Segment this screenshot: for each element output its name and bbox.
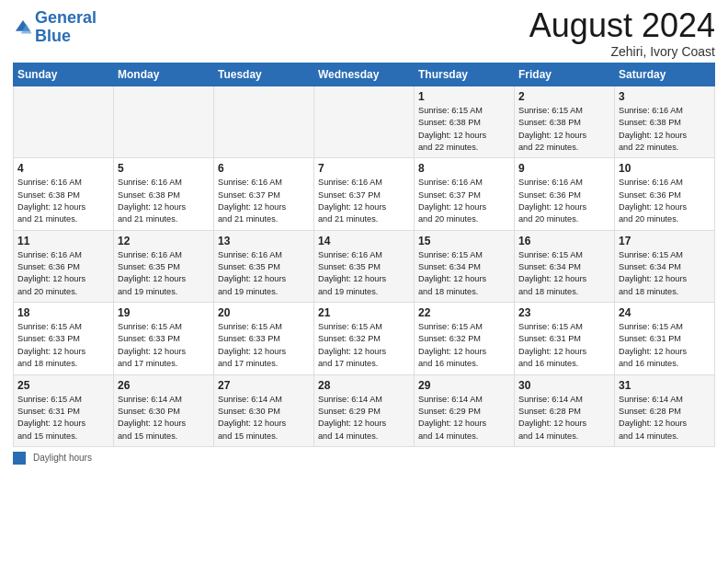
day-number: 23	[518, 306, 610, 319]
calendar-cell: 9Sunrise: 6:16 AM Sunset: 6:36 PM Daylig…	[515, 158, 615, 230]
day-info: Sunrise: 6:14 AM Sunset: 6:28 PM Dayligh…	[518, 394, 610, 442]
calendar-cell: 8Sunrise: 6:16 AM Sunset: 6:37 PM Daylig…	[415, 158, 515, 230]
day-info: Sunrise: 6:16 AM Sunset: 6:36 PM Dayligh…	[17, 249, 109, 298]
day-number: 22	[418, 306, 510, 319]
day-info: Sunrise: 6:15 AM Sunset: 6:33 PM Dayligh…	[218, 321, 310, 370]
calendar-cell: 28Sunrise: 6:14 AM Sunset: 6:29 PM Dayli…	[314, 374, 415, 446]
week-row-1: 1Sunrise: 6:15 AM Sunset: 6:38 PM Daylig…	[14, 86, 715, 158]
col-header-friday: Friday	[515, 63, 615, 86]
day-info: Sunrise: 6:15 AM Sunset: 6:32 PM Dayligh…	[418, 321, 510, 370]
day-number: 26	[118, 379, 210, 392]
col-header-wednesday: Wednesday	[314, 63, 415, 86]
day-number: 31	[619, 379, 711, 392]
day-number: 27	[218, 379, 310, 392]
calendar-cell: 25Sunrise: 6:15 AM Sunset: 6:31 PM Dayli…	[14, 374, 114, 446]
day-info: Sunrise: 6:15 AM Sunset: 6:33 PM Dayligh…	[17, 321, 109, 370]
week-row-5: 25Sunrise: 6:15 AM Sunset: 6:31 PM Dayli…	[14, 374, 715, 446]
calendar-cell: 1Sunrise: 6:15 AM Sunset: 6:38 PM Daylig…	[415, 86, 515, 158]
calendar-cell: 22Sunrise: 6:15 AM Sunset: 6:32 PM Dayli…	[415, 303, 515, 374]
day-number: 17	[619, 235, 711, 247]
day-number: 24	[619, 306, 711, 319]
day-info: Sunrise: 6:15 AM Sunset: 6:33 PM Dayligh…	[118, 321, 210, 370]
calendar-cell: 27Sunrise: 6:14 AM Sunset: 6:30 PM Dayli…	[214, 374, 314, 446]
col-header-saturday: Saturday	[615, 63, 715, 86]
day-info: Sunrise: 6:16 AM Sunset: 6:38 PM Dayligh…	[17, 177, 109, 225]
day-info: Sunrise: 6:15 AM Sunset: 6:31 PM Dayligh…	[17, 394, 109, 442]
col-header-sunday: Sunday	[14, 63, 114, 86]
day-number: 25	[17, 379, 109, 392]
day-info: Sunrise: 6:14 AM Sunset: 6:30 PM Dayligh…	[118, 394, 210, 442]
day-number: 18	[17, 306, 109, 319]
page-container: GeneralBlue August 2024 Zehiri, Ivory Co…	[0, 0, 728, 472]
calendar-cell: 6Sunrise: 6:16 AM Sunset: 6:37 PM Daylig…	[214, 158, 314, 230]
calendar-cell: 20Sunrise: 6:15 AM Sunset: 6:33 PM Dayli…	[214, 303, 314, 374]
calendar-cell: 26Sunrise: 6:14 AM Sunset: 6:30 PM Dayli…	[114, 374, 214, 446]
day-info: Sunrise: 6:16 AM Sunset: 6:37 PM Dayligh…	[318, 177, 410, 225]
calendar-cell: 18Sunrise: 6:15 AM Sunset: 6:33 PM Dayli…	[14, 303, 114, 374]
calendar-cell: 4Sunrise: 6:16 AM Sunset: 6:38 PM Daylig…	[14, 158, 114, 230]
day-number: 15	[418, 235, 510, 247]
footer-label: Daylight hours	[33, 453, 92, 463]
col-header-monday: Monday	[114, 63, 214, 86]
calendar-cell	[214, 86, 314, 158]
day-info: Sunrise: 6:15 AM Sunset: 6:31 PM Dayligh…	[518, 321, 610, 370]
day-number: 13	[218, 235, 310, 247]
week-row-3: 11Sunrise: 6:16 AM Sunset: 6:36 PM Dayli…	[14, 230, 715, 302]
calendar-cell: 2Sunrise: 6:15 AM Sunset: 6:38 PM Daylig…	[515, 86, 615, 158]
month-year: August 2024	[529, 9, 715, 42]
day-info: Sunrise: 6:15 AM Sunset: 6:34 PM Dayligh…	[418, 249, 510, 298]
day-info: Sunrise: 6:16 AM Sunset: 6:35 PM Dayligh…	[218, 249, 310, 298]
col-header-tuesday: Tuesday	[214, 63, 314, 86]
calendar-cell: 30Sunrise: 6:14 AM Sunset: 6:28 PM Dayli…	[515, 374, 615, 446]
title-block: August 2024 Zehiri, Ivory Coast	[529, 9, 715, 59]
day-info: Sunrise: 6:15 AM Sunset: 6:31 PM Dayligh…	[619, 321, 711, 370]
day-info: Sunrise: 6:16 AM Sunset: 6:37 PM Dayligh…	[418, 177, 510, 225]
calendar-cell: 19Sunrise: 6:15 AM Sunset: 6:33 PM Dayli…	[114, 303, 214, 374]
day-number: 30	[518, 379, 610, 392]
day-number: 10	[619, 162, 711, 175]
day-info: Sunrise: 6:15 AM Sunset: 6:32 PM Dayligh…	[318, 321, 410, 370]
day-number: 8	[418, 162, 510, 175]
week-row-2: 4Sunrise: 6:16 AM Sunset: 6:38 PM Daylig…	[14, 158, 715, 230]
day-info: Sunrise: 6:16 AM Sunset: 6:35 PM Dayligh…	[118, 249, 210, 298]
day-info: Sunrise: 6:16 AM Sunset: 6:36 PM Dayligh…	[518, 177, 610, 225]
calendar-cell: 13Sunrise: 6:16 AM Sunset: 6:35 PM Dayli…	[214, 230, 314, 302]
week-row-4: 18Sunrise: 6:15 AM Sunset: 6:33 PM Dayli…	[14, 303, 715, 374]
day-number: 20	[218, 306, 310, 319]
calendar-cell: 7Sunrise: 6:16 AM Sunset: 6:37 PM Daylig…	[314, 158, 415, 230]
day-info: Sunrise: 6:16 AM Sunset: 6:36 PM Dayligh…	[619, 177, 711, 225]
calendar-cell: 24Sunrise: 6:15 AM Sunset: 6:31 PM Dayli…	[615, 303, 715, 374]
calendar-cell	[114, 86, 214, 158]
day-number: 21	[318, 306, 410, 319]
footer: Daylight hours	[13, 452, 715, 465]
day-number: 7	[318, 162, 410, 175]
calendar-cell: 10Sunrise: 6:16 AM Sunset: 6:36 PM Dayli…	[615, 158, 715, 230]
day-number: 14	[318, 235, 410, 247]
day-number: 9	[518, 162, 610, 175]
day-number: 29	[418, 379, 510, 392]
calendar-cell	[314, 86, 415, 158]
header: GeneralBlue August 2024 Zehiri, Ivory Co…	[13, 9, 715, 59]
day-info: Sunrise: 6:16 AM Sunset: 6:35 PM Dayligh…	[318, 249, 410, 298]
day-info: Sunrise: 6:14 AM Sunset: 6:29 PM Dayligh…	[418, 394, 510, 442]
day-number: 2	[518, 90, 610, 103]
calendar-cell: 5Sunrise: 6:16 AM Sunset: 6:38 PM Daylig…	[114, 158, 214, 230]
location: Zehiri, Ivory Coast	[529, 44, 715, 59]
day-number: 28	[318, 379, 410, 392]
calendar-cell: 11Sunrise: 6:16 AM Sunset: 6:36 PM Dayli…	[14, 230, 114, 302]
logo-icon	[13, 17, 33, 38]
calendar-cell: 12Sunrise: 6:16 AM Sunset: 6:35 PM Dayli…	[114, 230, 214, 302]
day-info: Sunrise: 6:15 AM Sunset: 6:34 PM Dayligh…	[619, 249, 711, 298]
calendar-cell: 14Sunrise: 6:16 AM Sunset: 6:35 PM Dayli…	[314, 230, 415, 302]
day-info: Sunrise: 6:15 AM Sunset: 6:38 PM Dayligh…	[518, 105, 610, 154]
day-number: 11	[17, 235, 109, 247]
day-number: 6	[218, 162, 310, 175]
calendar-cell: 29Sunrise: 6:14 AM Sunset: 6:29 PM Dayli…	[415, 374, 515, 446]
day-number: 3	[619, 90, 711, 103]
day-number: 4	[17, 162, 109, 175]
day-number: 16	[518, 235, 610, 247]
calendar-cell: 21Sunrise: 6:15 AM Sunset: 6:32 PM Dayli…	[314, 303, 415, 374]
col-header-thursday: Thursday	[415, 63, 515, 86]
calendar-cell: 15Sunrise: 6:15 AM Sunset: 6:34 PM Dayli…	[415, 230, 515, 302]
day-number: 5	[118, 162, 210, 175]
